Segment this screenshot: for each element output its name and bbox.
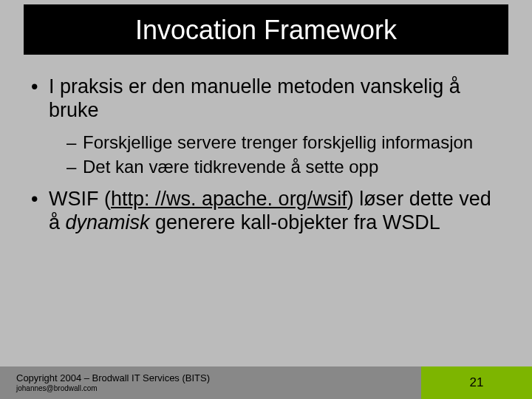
bullet-2-post: generere kall-objekter fra WSDL [150, 211, 440, 233]
bullet-1-sub-1: Forskjellige servere trenger forskjellig… [66, 132, 502, 153]
footer-page-number: 21 [421, 366, 532, 399]
footer-email: johannes@brodwall.com [16, 384, 412, 393]
bullet-1: I praksis er den manuelle metoden vanske… [30, 75, 502, 177]
bullet-2-italic: dynamisk [66, 211, 150, 233]
bullet-2-pre: WSIF ( [49, 188, 111, 210]
wsif-link[interactable]: http: //ws. apache. org/wsif [111, 188, 347, 210]
footer-copyright: Copyright 2004 – Brodwall IT Services (B… [16, 372, 412, 384]
slide-footer: Copyright 2004 – Brodwall IT Services (B… [0, 366, 532, 399]
footer-left: Copyright 2004 – Brodwall IT Services (B… [0, 366, 421, 399]
slide-title: Invocation Framework [24, 4, 508, 55]
slide-body: I praksis er den manuelle metoden vanske… [0, 55, 532, 235]
bullet-1-sub-2: Det kan være tidkrevende å sette opp [66, 156, 502, 177]
bullet-2: WSIF (http: //ws. apache. org/wsif) løse… [30, 188, 502, 235]
bullet-1-text: I praksis er den manuelle metoden vanske… [49, 75, 460, 121]
